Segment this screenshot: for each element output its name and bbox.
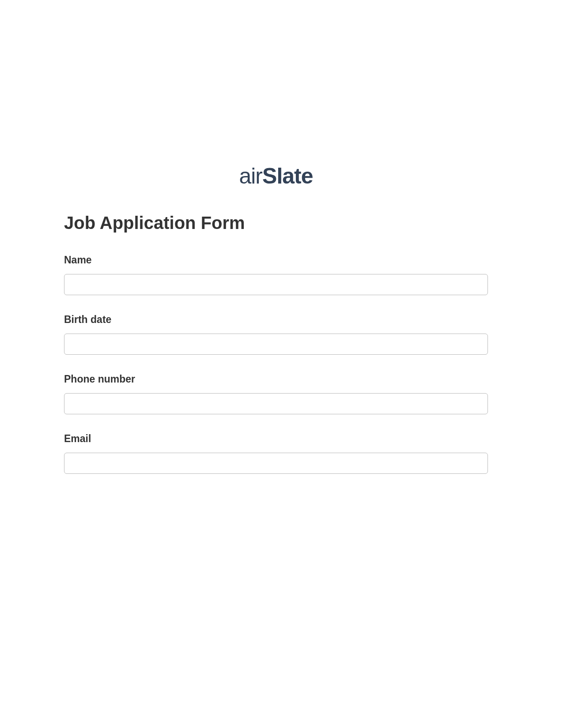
form-container: airSlate Job Application Form Name Birth… [64,163,488,492]
name-label: Name [64,254,488,266]
birthdate-input[interactable] [64,334,488,355]
logo-suffix: Slate [262,164,313,188]
airslate-logo: airSlate [239,163,313,189]
birthdate-label: Birth date [64,314,488,326]
name-input[interactable] [64,274,488,295]
form-title: Job Application Form [64,213,488,233]
form-group-name: Name [64,254,488,295]
logo-wrapper: airSlate [64,163,488,189]
form-group-birthdate: Birth date [64,314,488,355]
logo-prefix: air [239,164,262,188]
form-group-phone: Phone number [64,373,488,414]
form-group-email: Email [64,433,488,474]
email-label: Email [64,433,488,445]
email-input[interactable] [64,453,488,474]
phone-input[interactable] [64,393,488,414]
phone-label: Phone number [64,373,488,385]
